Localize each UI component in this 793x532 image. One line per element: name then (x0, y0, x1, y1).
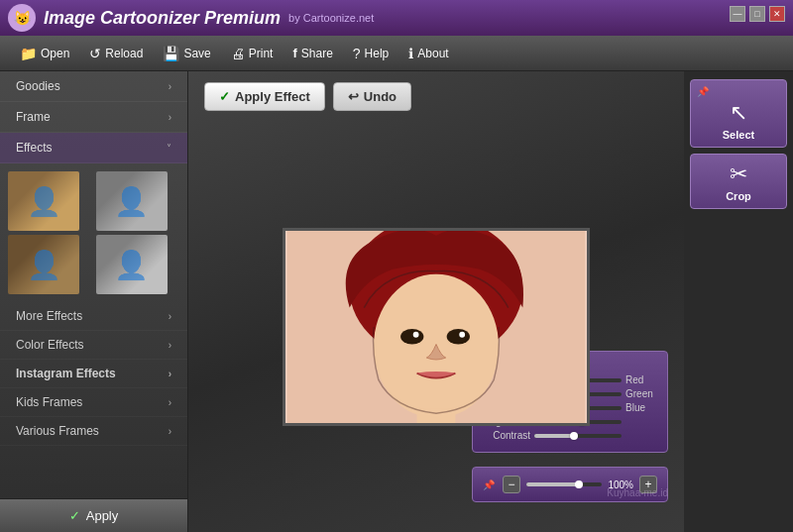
various-frames-label: Various Frames (16, 424, 99, 438)
select-tool-label: Select (723, 129, 754, 141)
instagram-effects-chevron: › (169, 369, 171, 379)
cartoon-svg (285, 231, 587, 423)
contrast-slider-track (534, 434, 622, 438)
sidebar-item-kids-frames[interactable]: Kids Frames › (0, 388, 187, 417)
help-button[interactable]: ? Help (345, 42, 396, 65)
save-icon: 💾 (163, 46, 179, 61)
open-label: Open (41, 47, 69, 60)
zoom-watermark: Kuyhaa-me.id (607, 487, 668, 498)
select-tool-button[interactable]: ↖ (721, 99, 756, 127)
save-button[interactable]: 💾 Save (155, 42, 218, 65)
svg-point-4 (400, 328, 423, 344)
contrast-slider-fill (534, 434, 574, 438)
sidebar-item-frame[interactable]: Frame › (0, 102, 187, 133)
contrast-slider-thumb[interactable] (570, 432, 578, 440)
sidebar-menu: Goodies › Frame › Effects ˅ 👤 👤 � (0, 71, 187, 498)
effects-chevron: ˅ (167, 143, 171, 154)
undo-button[interactable]: ↩ Undo (333, 82, 411, 111)
apply-effect-check-icon: ✓ (219, 89, 230, 104)
right-panel: 📌 ↖ Select ✂ Crop (684, 71, 793, 532)
undo-label: Undo (364, 89, 396, 104)
about-button[interactable]: ℹ About (400, 42, 456, 65)
effect-thumb-1[interactable]: 👤 (8, 171, 79, 231)
kids-frames-label: Kids Frames (16, 395, 82, 409)
svg-point-7 (459, 331, 465, 337)
sidebar-item-more-effects[interactable]: More Effects › (0, 302, 187, 331)
undo-icon: ↩ (348, 89, 359, 104)
various-frames-chevron: › (169, 426, 171, 437)
sidebar: Goodies › Frame › Effects ˅ 👤 👤 � (0, 71, 188, 532)
effect-thumb-2[interactable]: 👤 (96, 171, 168, 231)
open-button[interactable]: 📁 Open (12, 42, 77, 65)
minimize-button[interactable]: — (730, 6, 745, 22)
crop-tool-label: Crop (726, 190, 751, 202)
effect-thumb-3[interactable]: 👤 (8, 235, 79, 294)
cartoon-image (283, 228, 590, 426)
color-effects-label: Color Effects (16, 338, 83, 352)
effects-thumbnail-grid: 👤 👤 👤 👤 (0, 163, 187, 302)
maximize-button[interactable]: □ (749, 6, 765, 22)
about-icon: ℹ (408, 46, 413, 61)
sidebar-item-instagram-effects[interactable]: Instagram Effects › (0, 360, 187, 388)
thumb-portrait-1: 👤 (8, 171, 79, 231)
apply-label: Apply (86, 508, 119, 523)
sidebar-item-goodies[interactable]: Goodies › (0, 71, 187, 102)
zoom-panel-wrapper: 📌 − 100% + Kuyhaa-me.id (466, 467, 674, 502)
color-effects-chevron: › (169, 340, 171, 351)
select-tool-card: 📌 ↖ Select (690, 79, 787, 148)
apply-effect-label: Apply Effect (235, 89, 310, 104)
zoom-slider-thumb[interactable] (575, 480, 583, 488)
app-logo: 😺 (8, 4, 36, 32)
contrast-slider-row: Contrast (483, 430, 657, 441)
zoom-minus-button[interactable]: − (503, 476, 520, 493)
toolbar: 📁 Open ↺ Reload 💾 Save 🖨 Print f Share ?… (0, 36, 793, 71)
svg-point-6 (413, 331, 419, 337)
sidebar-item-color-effects[interactable]: Color Effects › (0, 331, 187, 360)
goodies-label: Goodies (16, 79, 60, 93)
reload-button[interactable]: ↺ Reload (81, 42, 151, 65)
share-label: Share (301, 47, 333, 60)
contrast-label: Contrast (483, 430, 530, 441)
close-button[interactable]: ✕ (769, 6, 785, 22)
blue-label: Blue (625, 402, 657, 413)
save-label: Save (183, 47, 210, 60)
app-brand: by Cartoonize.net (288, 12, 374, 24)
reload-icon: ↺ (89, 46, 101, 61)
print-button[interactable]: 🖨 Print (223, 42, 282, 65)
main-layout: Goodies › Frame › Effects ˅ 👤 👤 � (0, 71, 793, 532)
open-icon: 📁 (20, 46, 37, 61)
sidebar-item-various-frames[interactable]: Various Frames › (0, 417, 187, 446)
share-icon: f (292, 46, 296, 60)
select-pin-icon: 📌 (697, 86, 709, 97)
more-effects-label: More Effects (16, 309, 82, 323)
more-effects-chevron: › (169, 311, 171, 322)
help-label: Help (365, 47, 390, 60)
frame-label: Frame (16, 110, 51, 124)
sidebar-item-effects[interactable]: Effects ˅ (0, 133, 187, 163)
apply-effect-button[interactable]: ✓ Apply Effect (204, 82, 325, 111)
app-title: Image Cartoonizer Premium (44, 8, 281, 29)
instagram-effects-label: Instagram Effects (16, 367, 116, 380)
about-label: About (417, 47, 448, 60)
print-icon: 🖨 (231, 46, 245, 61)
crop-tool-button[interactable]: ✂ (721, 160, 756, 188)
red-label: Red (625, 374, 657, 385)
share-button[interactable]: f Share (284, 42, 340, 64)
help-icon: ? (353, 46, 361, 61)
reload-label: Reload (105, 47, 143, 60)
zoom-slider-fill (526, 482, 579, 486)
crop-tool-card: ✂ Crop (690, 154, 787, 209)
goodies-chevron: › (169, 81, 171, 92)
content-area: ✓ Apply Effect ↩ Undo Kuyhaa-me.id (188, 71, 684, 532)
crop-icon: ✂ (730, 161, 747, 187)
svg-point-5 (447, 328, 470, 344)
zoom-pin-icon: 📌 (483, 479, 495, 490)
green-label: Green (625, 388, 657, 399)
effect-thumb-4[interactable]: 👤 (96, 235, 168, 294)
thumb-portrait-3: 👤 (8, 235, 79, 294)
sidebar-apply-button[interactable]: ✓ Apply (0, 498, 187, 532)
window-controls: — □ ✕ (730, 6, 785, 22)
apply-checkmark-icon: ✓ (69, 508, 80, 523)
print-label: Print (249, 47, 274, 60)
zoom-slider-track (526, 482, 602, 486)
